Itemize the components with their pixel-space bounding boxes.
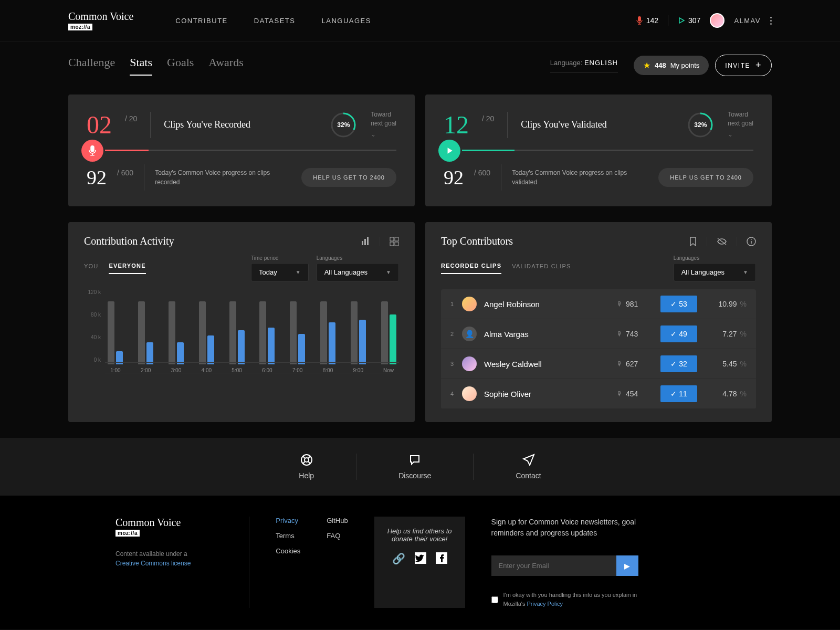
- contributor-name: Sophie Oliver: [484, 390, 609, 398]
- validated-count-value: 307: [688, 16, 700, 25]
- email-input[interactable]: [491, 555, 616, 576]
- validated-gauge: 32%: [686, 111, 715, 139]
- validated-count[interactable]: 307: [678, 16, 700, 25]
- consent-input[interactable]: [491, 592, 498, 608]
- language-select[interactable]: All Languages ▼: [674, 263, 756, 281]
- nav-contribute[interactable]: CONTRIBUTE: [175, 17, 228, 25]
- mic-icon: 🎙: [616, 300, 623, 308]
- tab-validated-clips[interactable]: VALIDATED CLIPS: [512, 263, 571, 274]
- percent: 7.27%: [705, 330, 747, 338]
- chevron-down-icon: ▼: [743, 269, 748, 275]
- divider: [501, 164, 501, 191]
- language-label: Language:: [550, 59, 582, 67]
- tab-awards[interactable]: Awards: [208, 56, 243, 76]
- faq-link[interactable]: FAQ: [327, 532, 348, 540]
- license-link[interactable]: Creative Commons license: [116, 560, 191, 567]
- activity-chart: 120 k80 k40 k0 k 1:002:003:004:005:006:0…: [84, 289, 399, 373]
- logo-subtext: moz://a: [68, 24, 92, 30]
- svg-rect-11: [390, 242, 394, 246]
- contact-link[interactable]: Contact: [516, 454, 541, 480]
- facebook-icon[interactable]: [436, 552, 447, 565]
- privacy-link[interactable]: Privacy: [276, 517, 300, 524]
- percent: 10.99%: [705, 300, 747, 308]
- mic-icon: 🎙: [616, 390, 623, 397]
- privacy-policy-link[interactable]: Privacy Policy: [527, 601, 562, 607]
- chevron-down-icon: ⌄: [371, 130, 396, 139]
- consent-checkbox[interactable]: I'm okay with you handling this info as …: [491, 591, 638, 608]
- language-selector[interactable]: Language: ENGLISH: [550, 59, 618, 72]
- bookmark-icon[interactable]: [689, 237, 697, 246]
- goal-text[interactable]: Toward next goal ⌄: [371, 110, 396, 139]
- info-icon[interactable]: [747, 237, 756, 246]
- validated-badge: ✓ 32: [660, 355, 697, 372]
- chevron-down-icon: ▼: [296, 269, 301, 275]
- goal-text[interactable]: Toward next goal ⌄: [728, 110, 753, 139]
- validated-badge: ✓ 49: [660, 326, 697, 342]
- chevron-down-icon: ▼: [386, 269, 391, 275]
- language-select[interactable]: All Languages ▼: [317, 263, 399, 281]
- invite-button[interactable]: INVITE +: [715, 55, 772, 76]
- grid-icon[interactable]: [390, 237, 399, 246]
- help-button[interactable]: HELP US GET TO 2400: [301, 168, 396, 187]
- contributor-name: Wesley Caldwell: [484, 360, 609, 369]
- lang-label: Languages: [317, 255, 399, 261]
- more-menu-icon[interactable]: [770, 17, 772, 25]
- help-link[interactable]: Help: [299, 454, 314, 480]
- svg-rect-7: [364, 239, 366, 245]
- contributor-name: Alma Vargas: [484, 330, 609, 339]
- nav-languages[interactable]: LANGUAGES: [321, 17, 371, 25]
- tab-challenge[interactable]: Challenge: [68, 56, 115, 76]
- terms-link[interactable]: Terms: [276, 532, 300, 540]
- record-icon[interactable]: [81, 140, 103, 162]
- recorded-stat: 🎙981: [616, 300, 653, 308]
- recorded-title: Clips You've Recorded: [164, 119, 316, 130]
- svg-rect-3: [90, 145, 94, 152]
- cookies-link[interactable]: Cookies: [276, 547, 300, 555]
- avatar[interactable]: [710, 13, 724, 28]
- link-icon[interactable]: 🔗: [392, 552, 405, 565]
- progress-bar: [105, 150, 396, 151]
- tab-stats[interactable]: Stats: [130, 56, 152, 76]
- recorded-count-value: 142: [646, 16, 658, 25]
- period-select[interactable]: Today ▼: [251, 263, 309, 281]
- percent: 4.78%: [705, 390, 747, 398]
- help-button[interactable]: HELP US GET TO 2400: [658, 168, 753, 187]
- recorded-count[interactable]: 142: [636, 16, 658, 25]
- eye-off-icon[interactable]: [717, 237, 727, 246]
- divider: [380, 237, 380, 246]
- github-link[interactable]: GitHub: [327, 517, 348, 524]
- tab-goals[interactable]: Goals: [167, 56, 194, 76]
- email-submit-button[interactable]: ▶: [616, 555, 638, 576]
- table-row[interactable]: 2 👤 Alma Vargas 🎙743 ✓ 49 7.27%: [441, 319, 756, 349]
- twitter-icon[interactable]: [415, 552, 426, 565]
- gauge-value: 32%: [694, 121, 707, 129]
- recorded-card: 02 / 20 Clips You've Recorded 32% Toward…: [68, 94, 415, 206]
- table-row[interactable]: 1 Angel Robinson 🎙981 ✓ 53 10.99%: [441, 289, 756, 319]
- points-badge[interactable]: ★ 448 My points: [634, 56, 709, 75]
- tab-recorded-clips[interactable]: RECORDED CLIPS: [441, 262, 501, 274]
- avatar: [462, 356, 477, 371]
- language-value: ENGLISH: [584, 59, 618, 67]
- logo-text: Common Voice: [68, 10, 133, 23]
- table-row[interactable]: 4 Sophie Oliver 🎙454 ✓ 11 4.78%: [441, 379, 756, 409]
- avatar: [462, 297, 477, 311]
- validated-number: 12: [444, 110, 469, 139]
- table-row[interactable]: 3 Wesley Caldwell 🎙627 ✓ 32 5.45%: [441, 349, 756, 379]
- footer-logo: Common Voice moz://a: [116, 517, 181, 537]
- signup-text: Sign up for Common Voice newsletters, go…: [491, 517, 638, 539]
- top-title: Top Contributors: [441, 235, 513, 247]
- divider: [150, 112, 151, 138]
- tab-you[interactable]: YOU: [84, 263, 98, 274]
- nav-datasets[interactable]: DATASETS: [254, 17, 296, 25]
- discourse-link[interactable]: Discourse: [398, 454, 431, 480]
- logo[interactable]: Common Voice moz://a: [68, 10, 133, 30]
- top-contributors-panel: Top Contributors RECORDED CLIPS VALIDATE…: [425, 222, 772, 422]
- username[interactable]: ALMAV: [734, 17, 761, 25]
- play-icon[interactable]: [438, 140, 460, 162]
- today-text: Today's Common Voice progress on clips v…: [512, 168, 648, 187]
- divider: [473, 454, 474, 480]
- svg-rect-9: [390, 237, 394, 241]
- lang-label: Languages: [674, 255, 756, 261]
- bar-chart-icon[interactable]: [361, 237, 370, 246]
- tab-everyone[interactable]: EVERYONE: [109, 262, 145, 274]
